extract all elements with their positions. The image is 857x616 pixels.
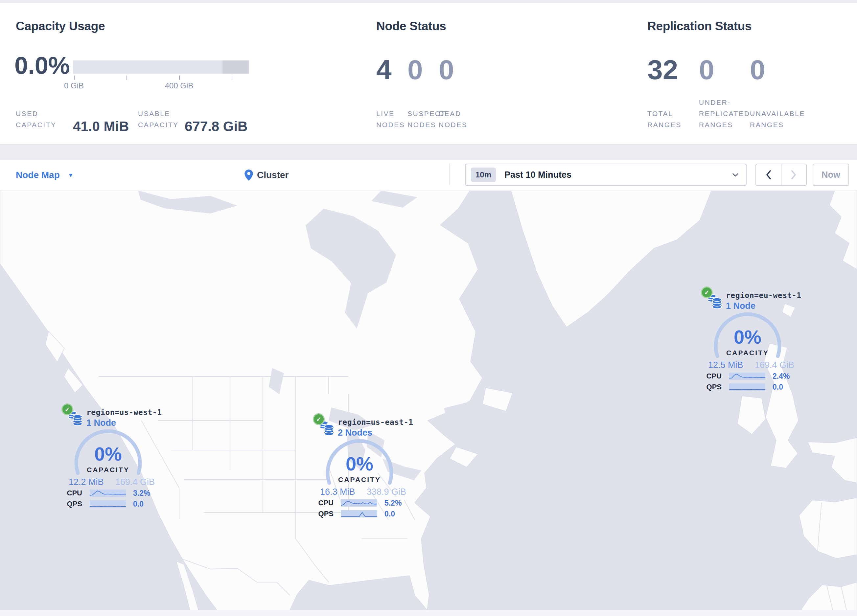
breadcrumb-cluster-label: Cluster [257,170,289,181]
capacity-values-row: 12.5 MiB 169.4 GiB [708,360,794,370]
label-line: LIVE [376,108,405,119]
qps-value: 0.0 [773,383,783,392]
label-line: RANGES [699,119,750,130]
total-ranges-count: 32 [647,56,678,84]
under-replicated-ranges-count: 0 [699,56,715,84]
chevron-left-icon [766,170,772,180]
axis-tick [232,76,232,80]
qps-sparkline [341,510,377,517]
total-capacity: 338.9 GiB [367,487,406,497]
region-marker-eu-west-1[interactable]: ✓ region=eu-west-1 1 Node 0% CAPACITY 12… [701,287,800,397]
now-button[interactable]: Now [813,164,849,186]
cpu-row: CPU 3.2% [62,489,160,497]
time-range-dropdown[interactable]: 10m Past 10 Minutes [465,164,747,186]
qps-value: 0.0 [133,500,144,509]
node-live-check-icon: ✓ [62,403,73,415]
cpu-label: CPU [62,489,82,497]
cpu-row: CPU 5.2% [313,499,411,507]
region-label: region=us-east-1 [338,418,413,426]
label-line: CAPACITY [138,119,178,130]
region-marker-us-west-1[interactable]: ✓ region=us-west-1 1 Node 0% CAPACITY 12… [62,403,160,514]
qps-sparkline [90,500,126,508]
capacity-caption: CAPACITY [73,466,143,474]
chevron-right-icon [790,170,797,180]
replication-status-title: Replication Status [647,19,752,33]
breadcrumb[interactable]: Cluster [244,167,289,183]
used-capacity: 12.2 MiB [69,477,104,487]
total-capacity: 169.4 GiB [115,477,155,487]
capacity-percent-value: 0% [713,327,783,347]
cluster-summary-bar: Capacity Usage 0.0% 0 GiB 400 GiB USED C… [0,3,857,145]
time-step-buttons [755,164,807,186]
used-capacity-label: USED CAPACITY [16,96,56,130]
caret-down-icon: ▾ [69,171,73,179]
unavailable-ranges-count: 0 [750,56,765,84]
capacity-caption: CAPACITY [713,349,783,357]
check-glyph: ✓ [704,289,710,296]
region-marker-us-east-1[interactable]: ✓ region=us-east-1 2 Nodes 0% CAPACITY 1… [313,413,411,523]
cpu-value: 2.4% [773,372,790,381]
qps-sparkline [729,383,765,391]
label-line: DEAD [439,108,467,119]
cpu-sparkline [729,372,765,380]
check-glyph: ✓ [316,415,321,423]
label-line: NODES [439,119,467,130]
time-window-label: Past 10 Minutes [504,170,571,180]
qps-label: QPS [701,383,722,391]
axis-tick-label: 0 GiB [51,81,97,90]
cpu-row: CPU 2.4% [701,372,800,380]
capacity-percent: 0.0% [14,52,70,80]
region-label: region=us-west-1 [87,408,162,417]
node-status-title: Node Status [376,19,446,33]
view-selector-label: Node Map [16,170,60,181]
qps-row: QPS 0.0 [62,500,160,508]
capacity-values-row: 12.2 MiB 169.4 GiB [69,477,155,487]
cpu-sparkline [90,489,126,497]
label-line: USED [16,108,56,119]
chevron-down-icon [732,173,739,177]
next-time-button[interactable] [781,164,806,185]
used-capacity: 16.3 MiB [320,487,355,497]
usable-capacity-value: 677.8 GiB [185,119,248,134]
region-node-count: 1 Node [726,301,755,311]
total-capacity: 169.4 GiB [755,360,794,370]
toolbar-divider [450,163,450,185]
cpu-sparkline [341,499,377,506]
label-line: RANGES [750,119,805,130]
unavailable-ranges-label: UNAVAILABLE RANGES [750,96,805,130]
axis-tick [74,76,74,80]
cpu-value: 5.2% [384,499,402,508]
capacity-caption: CAPACITY [325,476,394,483]
dead-nodes-count: 0 [439,56,454,84]
time-window-badge: 10m [471,168,496,182]
capacity-usage-title: Capacity Usage [16,19,105,33]
previous-time-button[interactable] [756,164,781,185]
qps-label: QPS [62,500,82,508]
total-ranges-label: TOTAL RANGES [647,96,682,130]
capacity-percent-value: 0% [73,444,143,464]
qps-row: QPS 0.0 [701,383,800,391]
view-selector-dropdown[interactable]: Node Map ▾ [16,168,72,182]
used-capacity: 12.5 MiB [708,360,743,370]
usable-capacity-label: USABLE CAPACITY [138,96,178,130]
cpu-label: CPU [313,499,334,507]
axis-tick [179,76,180,80]
live-nodes-count: 4 [376,56,392,84]
map-toolbar: Node Map ▾ Cluster 10m Past 10 Minutes [0,160,857,191]
node-live-check-icon: ✓ [701,287,713,298]
capacity-percent-value: 0% [325,454,394,474]
label-line: NODES [376,119,405,130]
under-replicated-ranges-label: UNDER- REPLICATED RANGES [699,96,750,130]
qps-row: QPS 0.0 [313,509,411,518]
region-node-count: 2 Nodes [338,428,372,438]
label-line: UNDER- [699,97,750,108]
region-node-count: 1 Node [87,418,116,428]
region-label: region=eu-west-1 [726,291,801,300]
cpu-label: CPU [701,372,722,380]
label-line: RANGES [647,119,682,130]
dead-nodes-label: DEAD NODES [439,96,467,130]
label-line: UNAVAILABLE [750,108,805,119]
node-live-check-icon: ✓ [313,413,325,425]
label-line: CAPACITY [16,119,56,130]
node-map-page: Capacity Usage 0.0% 0 GiB 400 GiB USED C… [0,0,857,616]
